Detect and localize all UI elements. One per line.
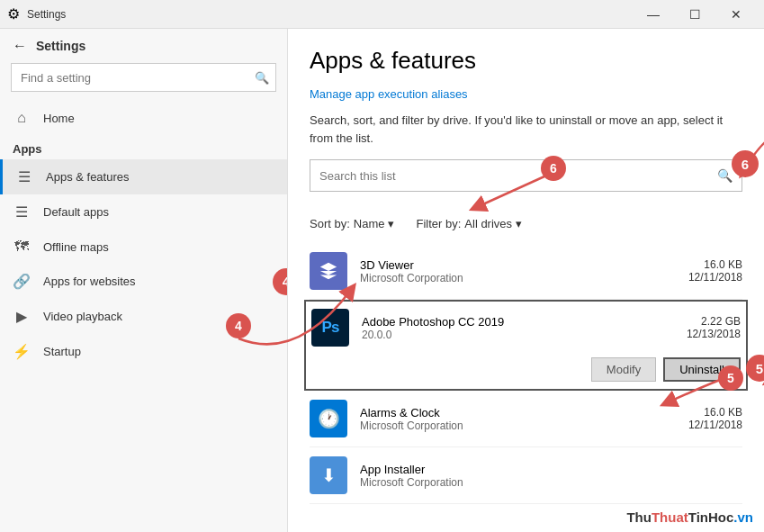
main-container: ← Settings 🔍 ⌂ Home Apps ☰ Apps & featur… [0,29,764,532]
apps-websites-label: Apps for websites [43,275,136,288]
sort-by-selector[interactable]: Sort by: Name ▾ [310,217,394,230]
sort-by-value: Name [354,217,385,230]
sidebar-item-offline-maps[interactable]: 🗺 Offline maps [0,230,287,264]
filter-chevron-icon: ▾ [516,217,522,230]
app-name-alarms-clock: Alarms & Clock [360,406,688,419]
app-publisher-3d-viewer: Microsoft Corporation [360,272,688,284]
sidebar-item-home[interactable]: ⌂ Home [0,101,287,135]
home-icon: ⌂ [13,110,31,126]
app-actions-adobe-ps: Modify Uninstall [591,357,741,382]
search-list-box: 🔍 [310,159,742,192]
default-apps-icon: ☰ [13,203,31,221]
app-meta-adobe-ps: 2.22 GB 12/13/2018 [687,315,741,340]
app-info-alarms-clock: Alarms & Clock Microsoft Corporation [360,406,688,432]
sidebar-item-default-apps[interactable]: ☰ Default apps [0,194,287,230]
uninstall-button[interactable]: Uninstall [663,357,741,382]
sidebar: ← Settings 🔍 ⌂ Home Apps ☰ Apps & featur… [0,29,288,532]
minimize-button[interactable]: — [633,0,674,29]
app-info-app-installer: App Installer Microsoft Corporation [360,463,742,489]
video-playback-icon: ▶ [13,308,31,325]
watermark-text-vn: .vn [733,509,753,525]
app-item-alarms-clock[interactable]: 🕐 Alarms & Clock Microsoft Corporation 1… [310,391,742,447]
offline-maps-label: Offline maps [43,240,109,254]
app-date-adobe-ps: 12/13/2018 [687,328,741,340]
description-text: Search, sort, and filter by drive. If yo… [310,112,742,147]
settings-icon: ⚙ [7,5,20,23]
app-size-alarms-clock: 16.0 KB [688,406,742,419]
apps-websites-icon: 🔗 [13,273,31,290]
sidebar-item-startup[interactable]: ⚡ Startup [0,334,287,369]
back-button[interactable]: ← [13,38,27,54]
search-box: 🔍 [11,63,276,92]
watermark-text-tinhoc: TinHoc [688,509,734,525]
sort-filter-row: Sort by: Name ▾ Filter by: All drives ▾ [310,217,742,230]
app-name-3d-viewer: 3D Viewer [360,258,688,272]
app-name-app-installer: App Installer [360,463,742,476]
app-version-adobe-ps: 20.0.0 [362,329,687,341]
app-info-adobe-ps: Adobe Photoshop CC 2019 20.0.0 [362,315,687,341]
app-item-adobe-photoshop[interactable]: Ps Adobe Photoshop CC 2019 20.0.0 2.22 G… [304,300,748,391]
app-icon-app-installer: ⬇ [310,456,347,494]
sidebar-nav-top: ← Settings [0,29,287,63]
startup-icon: ⚡ [13,343,31,360]
startup-label: Startup [43,345,81,358]
sort-chevron-icon: ▾ [388,217,394,230]
watermark: ThuThuatTinHoc.vn [623,508,757,527]
content-area: Apps & features Manage app execution ali… [288,29,764,532]
app-icon-adobe-ps: Ps [311,309,349,347]
title-bar: ⚙ Settings — ☐ ✕ [0,0,764,29]
default-apps-label: Default apps [43,205,109,219]
app-item-app-installer[interactable]: ⬇ App Installer Microsoft Corporation [310,447,742,504]
watermark-text-thuat: Thuat [652,509,688,525]
app-name-adobe-ps: Adobe Photoshop CC 2019 [362,315,687,329]
sort-by-label: Sort by: [310,217,350,230]
app-date-3d-viewer: 12/11/2018 [688,271,742,284]
filter-by-label: Filter by: [416,217,461,230]
app-size-3d-viewer: 16.0 KB [688,258,742,271]
modify-button[interactable]: Modify [591,357,656,382]
sidebar-item-apps-websites[interactable]: 🔗 Apps for websites 4 [0,264,287,299]
filter-by-value: All drives [464,217,512,230]
app-publisher-alarms-clock: Microsoft Corporation [360,419,688,432]
app-meta-alarms-clock: 16.0 KB 12/11/2018 [688,406,742,431]
search-list-input[interactable] [319,169,717,183]
video-playback-label: Video playback [43,310,122,323]
apps-features-icon: ☰ [15,168,33,185]
sidebar-section-apps: Apps [0,135,287,159]
watermark-text-thu: Thu [626,509,652,525]
maximize-button[interactable]: ☐ [674,0,715,29]
sidebar-item-video-playback[interactable]: ▶ Video playback [0,299,287,334]
app-item-3d-viewer[interactable]: 3D Viewer Microsoft Corporation 16.0 KB … [310,243,742,300]
title-bar-controls: — ☐ ✕ [633,0,757,29]
sidebar-app-title: Settings [36,39,85,53]
filter-by-selector[interactable]: Filter by: All drives ▾ [416,217,522,230]
app-icon-alarms-clock: 🕐 [310,400,347,437]
manage-aliases-link[interactable]: Manage app execution aliases [310,87,468,101]
annotation-badge-6: 6 [732,150,759,177]
sidebar-item-apps-features[interactable]: ☰ Apps & features [0,159,287,194]
title-bar-title: Settings [27,8,66,21]
app-publisher-app-installer: Microsoft Corporation [360,476,742,489]
annotation-badge-4: 4 [273,268,288,295]
home-label: Home [43,112,75,125]
search-icon: 🔍 [255,71,269,85]
title-bar-left: ⚙ Settings [7,5,66,23]
annotation-badge-5: 5 [746,355,764,382]
apps-features-label: Apps & features [46,170,130,184]
app-size-adobe-ps: 2.22 GB [687,315,741,328]
app-info-3d-viewer: 3D Viewer Microsoft Corporation [360,258,688,284]
find-setting-input[interactable] [11,63,276,92]
app-meta-3d-viewer: 16.0 KB 12/11/2018 [688,258,742,284]
page-title: Apps & features [310,47,742,75]
offline-maps-icon: 🗺 [13,239,31,255]
close-button[interactable]: ✕ [715,0,757,29]
app-date-alarms-clock: 12/11/2018 [688,419,742,431]
app-icon-3d-viewer [310,252,347,290]
